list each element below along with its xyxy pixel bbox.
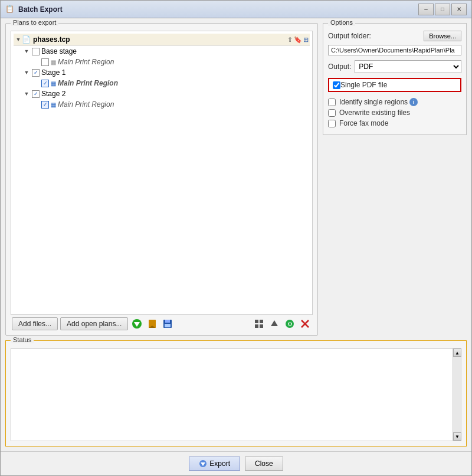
tree-item-stage1-region[interactable]: ✓ ▦ Main Print Region [14,78,310,88]
tree-item-stage2[interactable]: ▼ ✓ Stage 2 [14,88,310,99]
force-fax-mode-row: Force fax mode [328,119,461,127]
root-label: phases.tcp [33,35,70,44]
grid-icon [254,319,264,329]
svg-rect-8 [260,320,263,323]
svg-rect-9 [255,324,258,328]
stage1-expander[interactable]: ▼ [23,69,30,76]
stage1-region-label: Main Print Region [58,79,118,87]
up-arrow-icon [269,319,280,329]
force-fax-mode-label: Force fax mode [339,119,388,127]
browse-button[interactable]: Browse... [424,31,461,41]
tool-green-icon: ⚙ [284,319,295,329]
svg-text:⚙: ⚙ [287,321,293,327]
title-bar: 📋 Batch Export – □ ✕ [1,1,471,18]
output-folder-row: Output folder: Browse... [328,31,461,41]
stage1-region-icon: ▦ [51,80,56,87]
identify-single-regions-label: Identify single regions [339,98,408,106]
overwrite-existing-files-label: Overwrite existing files [339,109,410,117]
stage1-region-checkbox[interactable]: ✓ [41,80,49,87]
window-icon: 📋 [5,5,15,14]
identify-single-regions-row: Identify single regions i [328,98,461,106]
root-icon-3: ⊞ [303,36,309,44]
base-stage-label: Base stage [41,47,77,55]
single-pdf-checkbox[interactable] [333,81,340,89]
single-pdf-row: Single PDF file [328,78,461,92]
status-area: Status ▲ ▼ [1,340,471,451]
stage2-region-expander [32,101,40,108]
root-expander[interactable]: ▼ [15,36,22,43]
right-panel: Options Output folder: Browse... Output:… [323,23,467,336]
svg-rect-5 [165,320,170,323]
identify-single-regions-checkbox[interactable] [328,99,336,106]
up-arrow-icon-btn[interactable] [268,317,281,330]
add-open-plans-button[interactable]: Add open plans... [60,317,128,330]
svg-rect-7 [255,320,258,323]
export-icon [199,459,207,468]
batch-export-window: 📋 Batch Export – □ ✕ Plans to export ▼ 📄… [0,0,472,476]
output-row: Output: PDF PNG JPEG TIFF [328,60,461,73]
bookmark-icon [147,319,158,329]
plans-group-title: Plans to export [11,19,58,26]
stage2-expander[interactable]: ▼ [23,90,30,97]
grid-icon-btn[interactable] [253,317,266,330]
tree-item-base-region[interactable]: ▦ Main Print Region [14,57,310,67]
delete-icon-btn[interactable] [299,317,312,330]
tree-item-stage1[interactable]: ▼ ✓ Stage 1 [14,67,310,78]
bookmark-icon-btn[interactable] [146,317,159,330]
export-green-icon-btn[interactable] [130,317,143,330]
stage2-region-checkbox[interactable]: ✓ [41,101,49,109]
scroll-track [453,357,461,432]
tree-area[interactable]: ▼ 📄 phases.tcp ⇧ 🔖 ⊞ ▼ [11,31,313,315]
info-icon[interactable]: i [409,98,418,106]
tree-item-base-stage[interactable]: ▼ Base stage [14,46,310,57]
scroll-down-button[interactable]: ▼ [453,432,461,441]
stage1-checkbox[interactable]: ✓ [32,69,40,77]
base-region-icon: ▦ [51,59,56,65]
tree-root-row[interactable]: ▼ 📄 phases.tcp ⇧ 🔖 ⊞ [14,34,310,46]
save-icon [162,319,173,329]
add-files-button[interactable]: Add files... [12,317,58,330]
save-icon-btn[interactable] [161,317,174,330]
window-close-button[interactable]: ✕ [451,4,467,15]
export-button[interactable]: Export [189,457,240,471]
stage2-region-icon: ▦ [51,101,56,108]
folder-path-input[interactable] [328,45,461,55]
root-icon-2: 🔖 [294,36,302,44]
scroll-up-button[interactable]: ▲ [453,349,461,357]
root-icons: ⇧ 🔖 ⊞ [287,36,309,44]
single-pdf-label: Single PDF file [340,81,387,89]
base-region-expander [32,58,40,65]
close-button[interactable]: Close [245,457,283,471]
svg-marker-11 [271,320,278,326]
base-stage-checkbox[interactable] [32,48,40,55]
root-icon-1: ⇧ [287,36,293,44]
minimize-button[interactable]: – [418,4,434,15]
output-label: Output: [328,63,351,71]
status-group: Status ▲ ▼ [5,340,467,447]
output-folder-label: Output folder: [328,32,371,40]
title-bar-left: 📋 Batch Export [5,5,63,14]
plans-toolbar: Add files... Add open plans... [11,315,313,330]
output-select[interactable]: PDF PNG JPEG TIFF [355,60,461,73]
status-text-area[interactable] [11,348,453,441]
base-region-checkbox[interactable] [41,58,49,66]
stage2-checkbox[interactable]: ✓ [32,90,40,98]
stage2-label: Stage 2 [41,90,65,98]
tcp-file-icon: 📄 [22,35,31,44]
tree-item-stage2-region[interactable]: ✓ ▦ Main Print Region [14,99,310,110]
base-stage-expander[interactable]: ▼ [23,48,30,55]
window-title: Batch Export [18,5,63,14]
main-content: Plans to export ▼ 📄 phases.tcp ⇧ 🔖 ⊞ [1,18,471,340]
svg-rect-10 [260,324,263,328]
stage1-label: Stage 1 [41,68,65,77]
status-content: ▲ ▼ [11,348,461,441]
overwrite-existing-files-checkbox[interactable] [328,109,336,117]
force-fax-mode-checkbox[interactable] [328,120,336,127]
maximize-button[interactable]: □ [435,4,450,15]
base-region-label: Main Print Region [58,58,114,66]
status-group-title: Status [11,336,34,343]
tool-green-btn[interactable]: ⚙ [283,317,296,330]
stage2-region-label: Main Print Region [58,100,114,109]
export-button-label: Export [209,459,230,468]
status-scrollbar: ▲ ▼ [453,348,461,441]
